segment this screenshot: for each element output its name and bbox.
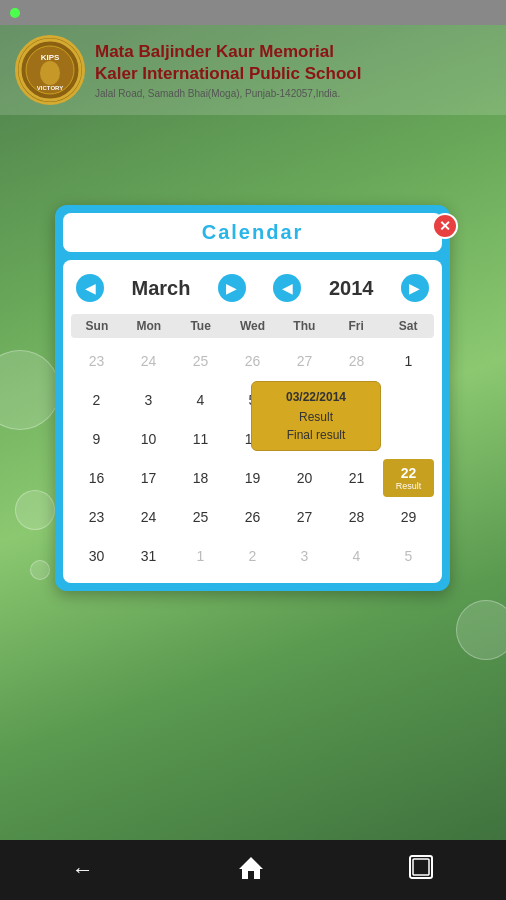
cal-cell-3[interactable]: 3 — [123, 381, 174, 419]
cal-cell-25-feb[interactable]: 25 — [175, 342, 226, 380]
deco-bubble-3 — [30, 560, 50, 580]
svg-point-3 — [40, 61, 60, 85]
home-icon — [237, 853, 265, 881]
school-address: Jalal Road, Samadh Bhai(Moga), Punjab-14… — [95, 88, 361, 99]
prev-year-button[interactable]: ◀ — [273, 274, 301, 302]
deco-bubble-1 — [0, 350, 60, 430]
cal-cell-23-feb[interactable]: 23 — [71, 342, 122, 380]
school-name-line1: Mata Baljinder Kaur Memorial — [95, 41, 361, 63]
cal-cell-26[interactable]: 26 — [227, 498, 278, 536]
school-logo-badge: KIPS VICTORY — [15, 35, 85, 105]
calendar-inner: ◀ March ▶ ◀ 2014 ▶ Sun Mon Tue Wed Thu F… — [63, 260, 442, 583]
school-header: KIPS VICTORY Mata Baljinder Kaur Memoria… — [0, 25, 506, 115]
cal-cell-27[interactable]: 27 — [279, 498, 330, 536]
day-header-sun: Sun — [71, 314, 123, 338]
day-headers: Sun Mon Tue Wed Thu Fri Sat — [71, 314, 434, 338]
cal-cell-9[interactable]: 9 — [71, 420, 122, 458]
back-nav-button[interactable]: ← — [72, 857, 94, 883]
event-date: 03/22/2014 — [260, 388, 372, 406]
cal-cell-16[interactable]: 16 — [71, 459, 122, 497]
recent-apps-icon — [408, 854, 434, 880]
cal-cell-2-apr[interactable]: 2 — [227, 537, 278, 575]
day-header-tue: Tue — [175, 314, 227, 338]
cal-cell-18[interactable]: 18 — [175, 459, 226, 497]
cal-cell-5-apr[interactable]: 5 — [383, 537, 434, 575]
logo-svg: KIPS VICTORY — [18, 38, 82, 102]
cal-cell-1-apr[interactable]: 1 — [175, 537, 226, 575]
cal-cell-22-num: 22 — [401, 465, 417, 481]
close-button[interactable]: ✕ — [432, 213, 458, 239]
day-header-wed: Wed — [227, 314, 279, 338]
cal-cell-26-feb[interactable]: 26 — [227, 342, 278, 380]
day-header-fri: Fri — [330, 314, 382, 338]
year-label: 2014 — [329, 277, 374, 300]
bottom-nav-bar: ← — [0, 840, 506, 900]
day-header-mon: Mon — [123, 314, 175, 338]
cal-cell-23[interactable]: 23 — [71, 498, 122, 536]
day-header-sat: Sat — [382, 314, 434, 338]
school-text-block: Mata Baljinder Kaur Memorial Kaler Inter… — [95, 41, 361, 99]
cal-cell-4[interactable]: 4 — [175, 381, 226, 419]
svg-text:VICTORY: VICTORY — [37, 85, 63, 91]
cal-cell-11[interactable]: 11 — [175, 420, 226, 458]
day-header-thu: Thu — [278, 314, 330, 338]
status-bar — [0, 0, 506, 25]
svg-rect-7 — [413, 859, 429, 875]
event-tooltip: 03/22/2014 Result Final result — [251, 381, 381, 451]
calendar-title: Calendar — [202, 221, 304, 243]
close-icon: ✕ — [439, 218, 451, 234]
cal-cell-8[interactable] — [383, 381, 434, 419]
svg-text:KIPS: KIPS — [41, 53, 60, 62]
prev-month-button[interactable]: ◀ — [76, 274, 104, 302]
calendar-grid: 23 24 25 26 27 28 1 2 3 4 5 6 03/22/2014… — [71, 342, 434, 575]
month-navigation: ◀ March ▶ ◀ 2014 ▶ — [71, 268, 434, 308]
cal-cell-25[interactable]: 25 — [175, 498, 226, 536]
cal-cell-24-feb[interactable]: 24 — [123, 342, 174, 380]
cal-cell-19[interactable]: 19 — [227, 459, 278, 497]
cal-cell-22-result: Result — [396, 481, 422, 491]
calendar-card: ✕ Calendar ◀ March ▶ ◀ 2014 ▶ Sun Mon Tu… — [55, 205, 450, 591]
recent-nav-button[interactable] — [408, 854, 434, 886]
cal-cell-21[interactable]: 21 — [331, 459, 382, 497]
month-label: March — [132, 277, 191, 300]
next-month-button[interactable]: ▶ — [218, 274, 246, 302]
event-label1: Result — [260, 408, 372, 426]
cal-cell-29[interactable]: 29 — [383, 498, 434, 536]
cal-cell-31[interactable]: 31 — [123, 537, 174, 575]
school-name-line2: Kaler International Public School — [95, 63, 361, 85]
cal-cell-4-apr[interactable]: 4 — [331, 537, 382, 575]
deco-bubble-2 — [15, 490, 55, 530]
home-nav-button[interactable] — [237, 853, 265, 887]
cal-cell-10[interactable]: 10 — [123, 420, 174, 458]
cal-cell-7[interactable]: 03/22/2014 Result Final result — [331, 381, 382, 419]
cal-cell-24[interactable]: 24 — [123, 498, 174, 536]
cal-cell-28[interactable]: 28 — [331, 498, 382, 536]
deco-bubble-4 — [456, 600, 506, 660]
cal-cell-15[interactable] — [383, 420, 434, 458]
cal-cell-22[interactable]: 22 Result — [383, 459, 434, 497]
school-logo: KIPS VICTORY — [15, 35, 85, 105]
cal-cell-27-feb[interactable]: 27 — [279, 342, 330, 380]
cal-cell-30[interactable]: 30 — [71, 537, 122, 575]
cal-cell-28-feb[interactable]: 28 — [331, 342, 382, 380]
calendar-title-bar: Calendar — [63, 213, 442, 252]
status-dot — [10, 8, 20, 18]
next-year-button[interactable]: ▶ — [401, 274, 429, 302]
cal-cell-20[interactable]: 20 — [279, 459, 330, 497]
svg-marker-5 — [239, 857, 263, 879]
cal-cell-17[interactable]: 17 — [123, 459, 174, 497]
cal-cell-1[interactable]: 1 — [383, 342, 434, 380]
event-label2: Final result — [260, 426, 372, 444]
cal-cell-2[interactable]: 2 — [71, 381, 122, 419]
cal-cell-3-apr[interactable]: 3 — [279, 537, 330, 575]
